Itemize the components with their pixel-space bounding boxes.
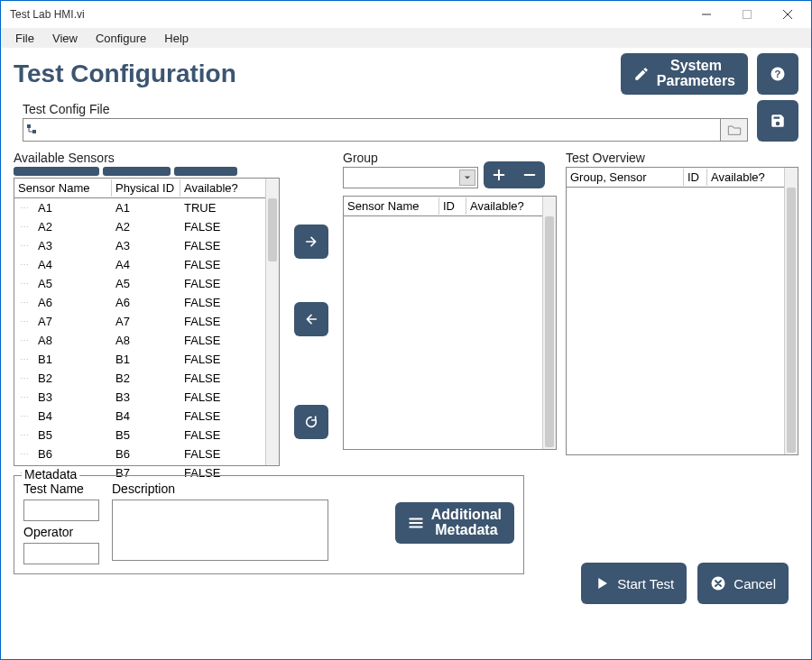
overview-scrollbar[interactable] <box>784 168 798 454</box>
testname-label: Test Name <box>23 481 99 496</box>
cell-pid: B3 <box>112 390 180 404</box>
help-icon: ? <box>770 66 786 82</box>
cell-name: B1 <box>34 353 112 366</box>
col-overview-avail[interactable]: Available? <box>707 169 774 186</box>
col-overview-id[interactable]: ID <box>684 169 707 186</box>
col-group-name[interactable]: Sensor Name <box>344 197 439 215</box>
group-select[interactable] <box>343 167 478 188</box>
titlebar: Test Lab HMI.vi <box>1 1 811 28</box>
cell-name: A4 <box>34 258 112 271</box>
cell-pid: A3 <box>112 239 180 252</box>
svg-rect-1 <box>743 11 751 19</box>
plus-icon <box>492 168 506 182</box>
table-row[interactable]: ⋯A4A4FALSE <box>14 255 279 274</box>
cell-avail: FALSE <box>180 277 224 290</box>
cell-avail: FALSE <box>180 315 224 328</box>
col-sensor-name[interactable]: Sensor Name <box>14 179 112 197</box>
cell-name: B6 <box>34 447 112 461</box>
minus-icon <box>522 168 537 182</box>
testname-input[interactable] <box>23 500 99 521</box>
menubar: File View Configure Help <box>1 28 811 48</box>
col-overview-gs[interactable]: Group, Sensor <box>567 169 684 186</box>
tree-branch-icon: ⋯ <box>14 430 34 440</box>
description-input[interactable] <box>112 500 328 561</box>
help-button[interactable]: ? <box>757 53 798 95</box>
table-row[interactable]: ⋯A2A2FALSE <box>14 217 279 236</box>
additional-metadata-button[interactable]: AdditionalMetadata <box>395 502 514 544</box>
table-row[interactable]: ⋯B1B1FALSE <box>14 350 279 369</box>
tree-branch-icon: ⋯ <box>14 392 34 402</box>
cell-name: A6 <box>34 296 112 309</box>
table-row[interactable]: ⋯B3B3FALSE <box>14 388 279 407</box>
refresh-button[interactable] <box>294 405 328 439</box>
cell-avail: FALSE <box>180 239 224 252</box>
save-button[interactable] <box>757 100 798 142</box>
minimize-button[interactable] <box>686 1 726 28</box>
table-row[interactable]: ⋯A6A6FALSE <box>14 293 279 312</box>
start-test-button[interactable]: Start Test <box>581 563 687 604</box>
svg-rect-7 <box>32 130 36 133</box>
cell-avail: FALSE <box>180 390 224 404</box>
menu-help[interactable]: Help <box>155 30 198 47</box>
remove-group-button[interactable] <box>514 161 545 188</box>
table-row[interactable]: ⋯B6B6FALSE <box>14 445 279 463</box>
cell-pid: A1 <box>112 201 180 215</box>
table-row[interactable]: ⋯A8A8FALSE <box>14 331 279 350</box>
menu-configure[interactable]: Configure <box>87 30 155 47</box>
system-parameters-button[interactable]: SystemParameters <box>621 53 748 95</box>
cell-pid: B4 <box>112 409 180 423</box>
cancel-button[interactable]: Cancel <box>697 563 789 604</box>
col-group-id[interactable]: ID <box>439 197 466 215</box>
cell-name: B5 <box>34 428 112 442</box>
table-row[interactable]: ⋯B4B4FALSE <box>14 407 279 426</box>
group-label: Group <box>343 151 478 165</box>
window-title: Test Lab HMI.vi <box>10 8 85 21</box>
tree-branch-icon: ⋯ <box>14 335 34 345</box>
remove-from-group-button[interactable] <box>294 302 328 336</box>
table-row[interactable]: ⋯A3A3FALSE <box>14 236 279 255</box>
menu-view[interactable]: View <box>43 30 87 47</box>
browse-button[interactable] <box>721 118 748 142</box>
table-row[interactable]: ⋯A1A1TRUE <box>14 198 279 217</box>
cell-pid: B5 <box>112 428 180 442</box>
file-path-input[interactable] <box>23 118 721 142</box>
group-scrollbar[interactable] <box>542 197 556 449</box>
cell-avail: TRUE <box>180 201 219 215</box>
add-group-button[interactable] <box>484 161 514 188</box>
tree-branch-icon: ⋯ <box>14 260 34 270</box>
close-button[interactable] <box>767 1 807 28</box>
tree-branch-icon: ⋯ <box>14 411 34 421</box>
save-icon <box>770 113 786 129</box>
tree-branch-icon: ⋯ <box>14 373 34 383</box>
col-group-avail[interactable]: Available? <box>466 197 530 215</box>
add-to-group-button[interactable] <box>294 225 328 259</box>
table-row[interactable]: ⋯B5B5FALSE <box>14 426 279 445</box>
group-table: Sensor Name ID Available? <box>343 196 557 450</box>
cell-name: A2 <box>34 220 112 234</box>
cell-name: A5 <box>34 277 112 290</box>
tree-branch-icon: ⋯ <box>14 354 34 364</box>
cell-pid: B6 <box>112 447 180 461</box>
arrow-left-icon <box>304 312 318 326</box>
maximize-button[interactable] <box>726 1 767 28</box>
operator-label: Operator <box>23 525 99 539</box>
file-label: Test Config File <box>23 102 748 116</box>
cell-name: A1 <box>34 201 112 215</box>
cell-pid: B1 <box>112 353 180 366</box>
column-tabs[interactable] <box>14 167 280 176</box>
cell-name: A3 <box>34 239 112 252</box>
menu-file[interactable]: File <box>6 30 43 47</box>
table-row[interactable]: ⋯A7A7FALSE <box>14 312 279 331</box>
cell-pid: A8 <box>112 334 180 347</box>
svg-rect-6 <box>27 124 31 128</box>
sensors-scrollbar[interactable] <box>265 179 279 465</box>
col-physical-id[interactable]: Physical ID <box>112 179 180 197</box>
table-row[interactable]: ⋯A5A5FALSE <box>14 274 279 293</box>
col-available[interactable]: Available? <box>180 179 251 197</box>
cell-name: B2 <box>34 371 112 385</box>
table-row[interactable]: ⋯B2B2FALSE <box>14 369 279 388</box>
operator-input[interactable] <box>23 543 99 564</box>
pencil-icon <box>633 66 650 82</box>
cell-pid: A5 <box>112 277 180 290</box>
cell-pid: A7 <box>112 315 180 328</box>
